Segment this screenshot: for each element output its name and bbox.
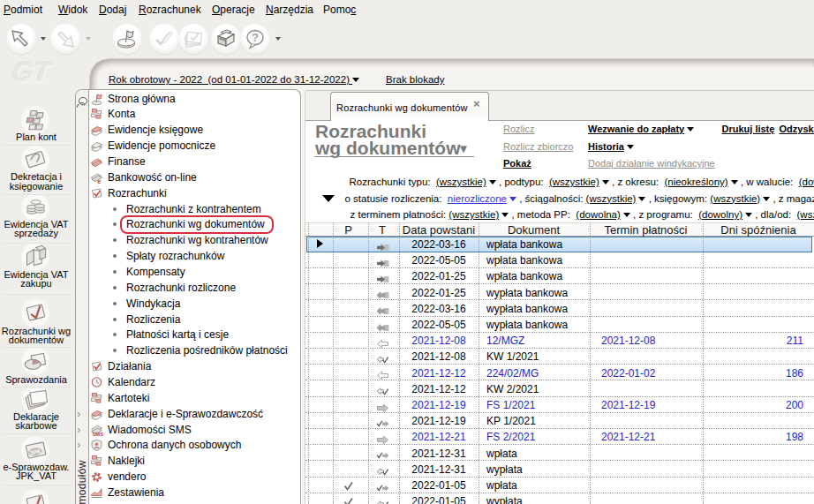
svg-text:e: e: [97, 177, 101, 184]
svg-text:SMS: SMS: [93, 431, 104, 436]
svg-text:?: ?: [252, 31, 259, 44]
